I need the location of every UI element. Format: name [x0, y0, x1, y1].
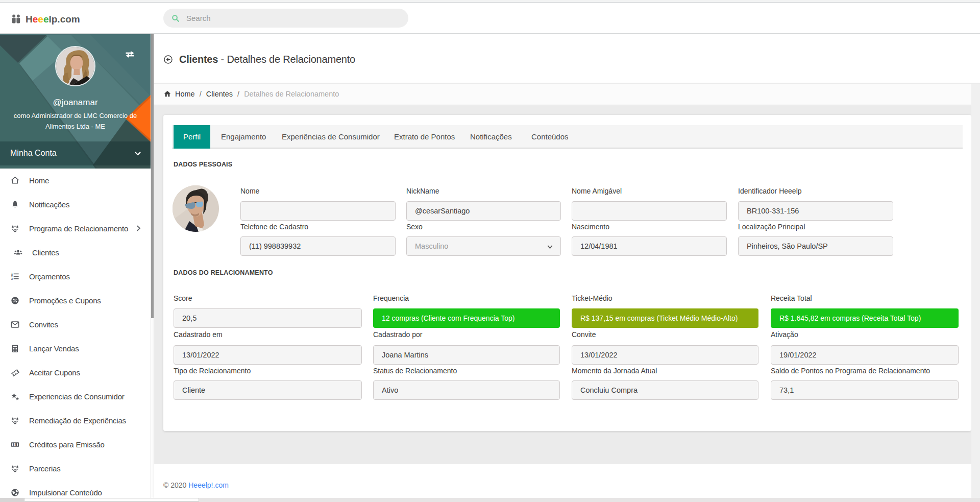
svg-text:3: 3 — [11, 277, 13, 280]
svg-text:$: $ — [14, 443, 16, 447]
